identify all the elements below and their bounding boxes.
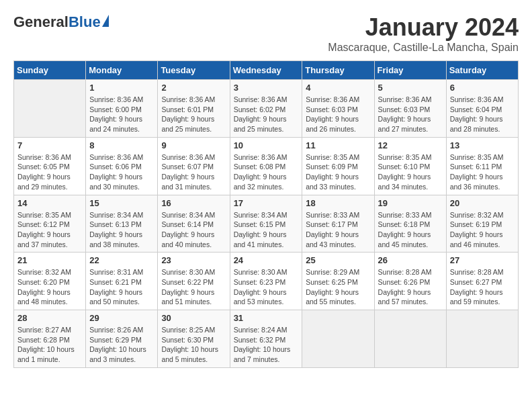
calendar-cell — [374, 310, 446, 368]
cell-info-text: Sunrise: 8:35 AMSunset: 6:10 PMDaylight:… — [378, 152, 443, 192]
cell-date-number: 19 — [378, 198, 443, 208]
header-day-sunday: Sunday — [14, 61, 86, 80]
calendar-cell: 10Sunrise: 8:36 AMSunset: 6:08 PMDayligh… — [230, 137, 302, 195]
calendar-cell — [302, 310, 374, 368]
cell-date-number: 7 — [17, 140, 82, 150]
cell-date-number: 25 — [306, 255, 370, 265]
cell-info-text: Sunrise: 8:29 AMSunset: 6:25 PMDaylight:… — [306, 267, 370, 307]
cell-info-text: Sunrise: 8:32 AMSunset: 6:20 PMDaylight:… — [17, 267, 82, 307]
cell-date-number: 10 — [234, 140, 299, 150]
cell-date-number: 24 — [234, 255, 299, 265]
cell-date-number: 18 — [306, 198, 370, 208]
location-title: Mascaraque, Castille-La Mancha, Spain — [328, 42, 519, 54]
calendar-cell: 20Sunrise: 8:32 AMSunset: 6:19 PMDayligh… — [446, 195, 518, 253]
cell-info-text: Sunrise: 8:36 AMSunset: 6:07 PMDaylight:… — [161, 152, 226, 192]
calendar-cell: 23Sunrise: 8:30 AMSunset: 6:22 PMDayligh… — [158, 253, 230, 310]
calendar-cell: 25Sunrise: 8:29 AMSunset: 6:25 PMDayligh… — [302, 253, 374, 310]
cell-info-text: Sunrise: 8:36 AMSunset: 6:03 PMDaylight:… — [378, 95, 443, 134]
cell-date-number: 3 — [234, 83, 299, 93]
calendar-cell: 21Sunrise: 8:32 AMSunset: 6:20 PMDayligh… — [14, 253, 86, 310]
cell-info-text: Sunrise: 8:35 AMSunset: 6:11 PMDaylight:… — [450, 152, 515, 192]
cell-info-text: Sunrise: 8:36 AMSunset: 6:02 PMDaylight:… — [234, 95, 299, 134]
cell-date-number: 30 — [161, 313, 226, 323]
calendar-cell: 8Sunrise: 8:36 AMSunset: 6:06 PMDaylight… — [86, 137, 158, 195]
calendar-week-3: 14Sunrise: 8:35 AMSunset: 6:12 PMDayligh… — [14, 195, 519, 253]
cell-date-number: 27 — [450, 255, 515, 265]
cell-date-number: 26 — [378, 255, 443, 265]
calendar-cell: 31Sunrise: 8:24 AMSunset: 6:32 PMDayligh… — [230, 310, 302, 368]
cell-date-number: 20 — [450, 198, 515, 208]
cell-info-text: Sunrise: 8:36 AMSunset: 6:05 PMDaylight:… — [17, 152, 82, 192]
cell-date-number: 13 — [450, 140, 515, 150]
cell-date-number: 9 — [161, 140, 226, 150]
calendar-cell: 19Sunrise: 8:33 AMSunset: 6:18 PMDayligh… — [374, 195, 446, 253]
calendar-cell: 24Sunrise: 8:30 AMSunset: 6:23 PMDayligh… — [230, 253, 302, 310]
calendar-cell: 15Sunrise: 8:34 AMSunset: 6:13 PMDayligh… — [86, 195, 158, 253]
cell-info-text: Sunrise: 8:35 AMSunset: 6:12 PMDaylight:… — [17, 210, 82, 250]
month-title: January 2024 — [328, 13, 519, 42]
cell-info-text: Sunrise: 8:30 AMSunset: 6:23 PMDaylight:… — [234, 267, 299, 307]
cell-info-text: Sunrise: 8:28 AMSunset: 6:26 PMDaylight:… — [378, 267, 443, 307]
cell-date-number: 17 — [234, 198, 299, 208]
cell-info-text: Sunrise: 8:34 AMSunset: 6:15 PMDaylight:… — [234, 210, 299, 250]
calendar-cell: 18Sunrise: 8:33 AMSunset: 6:17 PMDayligh… — [302, 195, 374, 253]
calendar-cell: 6Sunrise: 8:36 AMSunset: 6:04 PMDaylight… — [446, 80, 518, 138]
calendar-week-5: 28Sunrise: 8:27 AMSunset: 6:28 PMDayligh… — [14, 310, 519, 368]
cell-info-text: Sunrise: 8:35 AMSunset: 6:09 PMDaylight:… — [306, 152, 370, 192]
calendar-cell: 27Sunrise: 8:28 AMSunset: 6:27 PMDayligh… — [446, 253, 518, 310]
cell-info-text: Sunrise: 8:34 AMSunset: 6:13 PMDaylight:… — [89, 210, 154, 250]
cell-info-text: Sunrise: 8:36 AMSunset: 6:00 PMDaylight:… — [89, 95, 154, 134]
cell-date-number: 23 — [161, 255, 226, 265]
cell-date-number: 5 — [378, 83, 443, 93]
calendar-cell: 9Sunrise: 8:36 AMSunset: 6:07 PMDaylight… — [158, 137, 230, 195]
cell-date-number: 31 — [234, 313, 299, 323]
cell-info-text: Sunrise: 8:36 AMSunset: 6:08 PMDaylight:… — [234, 152, 299, 192]
calendar-cell: 1Sunrise: 8:36 AMSunset: 6:00 PMDaylight… — [86, 80, 158, 138]
cell-info-text: Sunrise: 8:25 AMSunset: 6:30 PMDaylight:… — [161, 325, 226, 365]
header-day-wednesday: Wednesday — [230, 61, 302, 80]
cell-info-text: Sunrise: 8:36 AMSunset: 6:01 PMDaylight:… — [161, 95, 226, 134]
header-day-tuesday: Tuesday — [158, 61, 230, 80]
calendar-cell: 28Sunrise: 8:27 AMSunset: 6:28 PMDayligh… — [14, 310, 86, 368]
cell-date-number: 11 — [306, 140, 370, 150]
calendar-cell: 5Sunrise: 8:36 AMSunset: 6:03 PMDaylight… — [374, 80, 446, 138]
cell-date-number: 12 — [378, 140, 443, 150]
cell-info-text: Sunrise: 8:26 AMSunset: 6:29 PMDaylight:… — [89, 325, 154, 365]
calendar-cell: 11Sunrise: 8:35 AMSunset: 6:09 PMDayligh… — [302, 137, 374, 195]
header-day-thursday: Thursday — [302, 61, 374, 80]
cell-date-number: 21 — [17, 255, 82, 265]
cell-date-number: 16 — [161, 198, 226, 208]
calendar-cell — [446, 310, 518, 368]
calendar-cell: 30Sunrise: 8:25 AMSunset: 6:30 PMDayligh… — [158, 310, 230, 368]
calendar-cell: 14Sunrise: 8:35 AMSunset: 6:12 PMDayligh… — [14, 195, 86, 253]
page-header: General Blue January 2024 Mascaraque, Ca… — [13, 13, 519, 54]
logo-icon — [102, 15, 109, 27]
cell-info-text: Sunrise: 8:36 AMSunset: 6:04 PMDaylight:… — [450, 95, 515, 134]
cell-info-text: Sunrise: 8:27 AMSunset: 6:28 PMDaylight:… — [17, 325, 82, 365]
cell-date-number: 4 — [306, 83, 370, 93]
logo: General Blue — [13, 13, 109, 31]
logo-blue-text: Blue — [69, 13, 101, 31]
calendar-cell: 12Sunrise: 8:35 AMSunset: 6:10 PMDayligh… — [374, 137, 446, 195]
calendar-body: 1Sunrise: 8:36 AMSunset: 6:00 PMDaylight… — [14, 80, 519, 368]
cell-date-number: 22 — [89, 255, 154, 265]
calendar-cell: 4Sunrise: 8:36 AMSunset: 6:03 PMDaylight… — [302, 80, 374, 138]
calendar-cell: 13Sunrise: 8:35 AMSunset: 6:11 PMDayligh… — [446, 137, 518, 195]
cell-info-text: Sunrise: 8:30 AMSunset: 6:22 PMDaylight:… — [161, 267, 226, 307]
cell-info-text: Sunrise: 8:33 AMSunset: 6:18 PMDaylight:… — [378, 210, 443, 250]
cell-info-text: Sunrise: 8:33 AMSunset: 6:17 PMDaylight:… — [306, 210, 370, 250]
calendar-cell: 26Sunrise: 8:28 AMSunset: 6:26 PMDayligh… — [374, 253, 446, 310]
cell-date-number: 15 — [89, 198, 154, 208]
cell-date-number: 2 — [161, 83, 226, 93]
cell-info-text: Sunrise: 8:34 AMSunset: 6:14 PMDaylight:… — [161, 210, 226, 250]
header-day-monday: Monday — [86, 61, 158, 80]
cell-date-number: 1 — [89, 83, 154, 93]
calendar-cell — [14, 80, 86, 138]
calendar-cell: 17Sunrise: 8:34 AMSunset: 6:15 PMDayligh… — [230, 195, 302, 253]
calendar-cell: 3Sunrise: 8:36 AMSunset: 6:02 PMDaylight… — [230, 80, 302, 138]
calendar-table: SundayMondayTuesdayWednesdayThursdayFrid… — [13, 60, 519, 368]
calendar-cell: 29Sunrise: 8:26 AMSunset: 6:29 PMDayligh… — [86, 310, 158, 368]
logo-general-text: General — [13, 13, 69, 31]
calendar-week-1: 1Sunrise: 8:36 AMSunset: 6:00 PMDaylight… — [14, 80, 519, 138]
cell-date-number: 6 — [450, 83, 515, 93]
